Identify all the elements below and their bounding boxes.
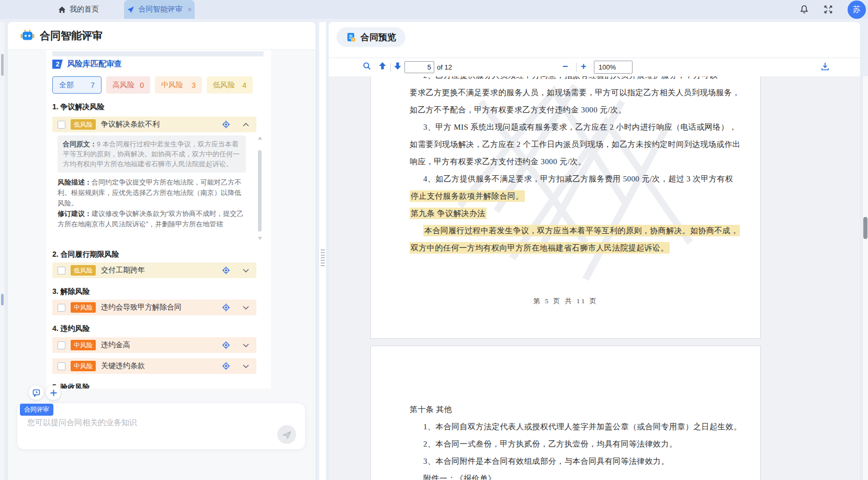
checkbox[interactable] <box>58 362 65 370</box>
previous-section-edge <box>52 51 264 56</box>
filter-mid-risk[interactable]: 中风险 3 <box>155 76 202 94</box>
risk-group-title: 3. 解除风险 <box>52 287 90 296</box>
zoom-in-button[interactable]: + <box>581 61 587 72</box>
resizer-grip-icon <box>319 248 326 266</box>
section-title: 风险库匹配审查 <box>67 59 122 69</box>
contract-text: 2、乙方应提供服务人员须经甲方同意，指派有经验的人员开展维护服务，甲方可以 要求… <box>410 76 732 257</box>
contract-review-panel: 合同智能评审 2 风险库匹配审查 全部 7 高风险 0 <box>8 22 315 480</box>
history-chat-icon <box>32 389 40 397</box>
risk-row[interactable]: 低风险 交付工期跨年 <box>52 262 256 278</box>
risk-review-panel: 2 风险库匹配审查 全部 7 高风险 0 中风险 3 <box>46 50 271 388</box>
panel-resizer[interactable] <box>319 22 326 480</box>
chevron-up-icon[interactable] <box>243 123 249 127</box>
contract-line-highlighted: 本合同履行过程中若发生争议，双方应当本着平等互利的原则，协商解决。如协商不成， <box>410 222 732 239</box>
locate-icon[interactable] <box>222 303 230 312</box>
contract-line: 如乙方不予配合，甲方有权要求乙方支付违约金 3000 元/次。 <box>410 101 732 119</box>
pdf-scrollbar[interactable] <box>862 76 868 480</box>
risk-row[interactable]: 中风险 关键违约条款 <box>52 358 256 374</box>
risk-row[interactable]: 低风险 争议解决条款不利 <box>52 117 256 132</box>
add-icon <box>50 389 58 397</box>
contract-line-highlighted: 双方中的任何一方均有权向甲方所在地福建省石狮市人民法院提起诉讼。 <box>410 239 732 257</box>
risk-row[interactable]: 中风险 违约会导致甲方解除合同 <box>52 300 256 315</box>
fullscreen-icon[interactable] <box>824 5 834 15</box>
chevron-down-icon[interactable] <box>243 269 249 272</box>
zoom-level-input[interactable] <box>594 61 633 74</box>
contract-text: 第十条 其他 1、本合同自双方法定代表人或授权代理人签字并加盖公章（或合同专用章… <box>410 401 732 480</box>
contract-line: 2、本合同一式叁份，甲方执贰份，乙方执壹份，均具有同等法律效力。 <box>410 436 732 453</box>
section-header: 2 风险库匹配审查 <box>52 59 122 69</box>
toolbar-separator <box>390 63 391 72</box>
robot-icon <box>20 29 35 42</box>
scrollbar-thumb[interactable] <box>1 54 4 76</box>
contract-line: 3、甲方 MIS 系统出现问题或有服务要求，乙方应在 2 小时内进行响应（电话或… <box>410 119 732 136</box>
chat-textarea[interactable] <box>26 417 274 440</box>
page-up-icon[interactable] <box>378 62 387 70</box>
contract-line: 4、如乙方提供服务不满足要求，甲方扣减乙方服务费用 5000 元/次，超过 3 … <box>410 170 732 188</box>
tab-contract-review[interactable]: 合同智能评审 × <box>124 0 195 19</box>
contract-line: 响应，甲方有权要求乙方支付违约金 3000 元/次。 <box>410 153 732 170</box>
chevron-down-icon[interactable] <box>243 344 249 347</box>
checkbox[interactable] <box>58 341 65 349</box>
checkbox[interactable] <box>58 121 65 129</box>
locate-icon[interactable] <box>222 341 230 349</box>
checkbox[interactable] <box>58 267 65 275</box>
contract-line-highlighted: 第九条 争议解决办法 <box>410 205 732 222</box>
risk-title: 违约金高 <box>101 340 217 350</box>
home-icon <box>58 6 66 14</box>
risk-row[interactable]: 中风险 违约金高 <box>52 337 256 353</box>
risk-level-badge: 中风险 <box>71 361 96 371</box>
chevron-down-icon[interactable] <box>243 306 249 310</box>
page-scrollbar[interactable] <box>0 22 5 480</box>
scroll-down-arrow-icon[interactable] <box>258 237 262 240</box>
app-screen: 我的首页 合同智能评审 × 苏 <box>0 0 868 480</box>
tab-my-home[interactable]: 我的首页 <box>50 0 107 19</box>
locate-icon[interactable] <box>222 120 230 129</box>
close-icon[interactable]: × <box>187 5 191 14</box>
page-title: 合同智能评审 <box>40 29 103 43</box>
avatar[interactable]: 苏 <box>848 1 866 19</box>
zoom-out-button[interactable]: − <box>562 61 568 72</box>
download-icon[interactable] <box>820 62 830 71</box>
checkbox[interactable] <box>58 304 65 312</box>
contract-line: 3、本合同附件是本合同有效组成部分，与本合同具有同等法律效力。 <box>410 453 732 470</box>
page-number-input[interactable] <box>404 61 434 73</box>
risk-level-badge: 中风险 <box>71 340 96 350</box>
contract-preview-icon <box>346 32 356 42</box>
locate-icon[interactable] <box>222 362 230 370</box>
risk-level-badge: 中风险 <box>71 302 96 313</box>
search-icon[interactable] <box>363 62 371 71</box>
new-chat-button[interactable] <box>46 385 61 400</box>
page-total-label: of 12 <box>437 63 452 71</box>
filter-low-risk[interactable]: 低风险 4 <box>207 76 253 94</box>
scroll-up-arrow-icon[interactable] <box>258 136 262 140</box>
chat-history-button[interactable] <box>29 385 43 400</box>
chevron-down-icon[interactable] <box>243 364 249 368</box>
filter-count: 4 <box>242 81 246 89</box>
scrollbar-thumb[interactable] <box>863 217 867 239</box>
bell-icon[interactable] <box>799 4 809 15</box>
detail-scrollbar[interactable] <box>257 136 263 240</box>
top-tab-bar: 我的首页 合同智能评审 × 苏 <box>0 0 868 19</box>
filter-high-risk[interactable]: 高风险 0 <box>106 76 150 94</box>
scrollbar-thumb[interactable] <box>258 150 262 232</box>
paper-plane-icon <box>127 6 134 14</box>
send-button[interactable] <box>277 425 296 444</box>
locate-icon[interactable] <box>222 266 230 275</box>
contract-original-quote: 合同原文：9 本合同履行过程中若发生争议，双方应当本着平等互利的原则，协商解决。… <box>58 135 246 173</box>
contract-line: 附件一：《报价单》 <box>410 470 732 480</box>
scrollbar-thumb-secondary[interactable] <box>1 294 4 305</box>
contract-line: 1、本合同自双方法定代表人或授权代理人签字并加盖公章（或合同专用章）之日起生效。 <box>410 418 732 436</box>
page-down-icon[interactable] <box>393 62 402 70</box>
pdf-viewer[interactable]: 2、乙方应提供服务人员须经甲方同意，指派有经验的人员开展维护服务，甲方可以 要求… <box>329 76 860 480</box>
risk-group-title: 1. 争议解决风险 <box>52 102 105 112</box>
contract-line: 如需要到现场解决，乙方应在 2 个工作日内派员到现场，如乙方未按约定时间到达现场… <box>410 136 732 153</box>
risk-filter-tabs: 全部 7 高风险 0 中风险 3 低风险 4 <box>52 76 253 94</box>
risk-level-badge: 低风险 <box>71 119 96 130</box>
tab-label: 我的首页 <box>70 5 99 14</box>
filter-all[interactable]: 全部 7 <box>52 76 102 94</box>
pdf-page-5: 2、乙方应提供服务人员须经甲方同意，指派有经验的人员开展维护服务，甲方可以 要求… <box>370 76 761 339</box>
filter-count: 0 <box>140 81 144 89</box>
chat-input-box[interactable]: 合同评审 <box>17 403 305 449</box>
page-footer: 第 5 页 共 11 页 <box>371 292 760 310</box>
contract-line: 第十条 其他 <box>410 401 732 418</box>
